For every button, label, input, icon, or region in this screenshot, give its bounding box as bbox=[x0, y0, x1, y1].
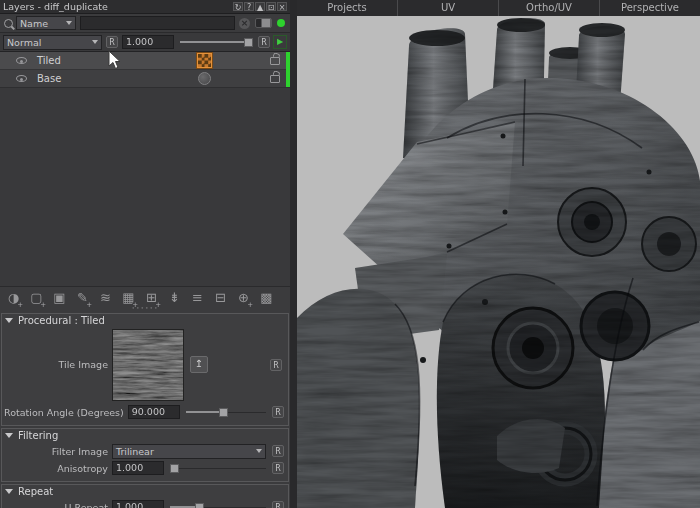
slider-track bbox=[170, 468, 266, 469]
toggle-knob bbox=[261, 18, 271, 28]
blend-reset-button[interactable]: R bbox=[106, 36, 118, 48]
layer-row-base[interactable]: Base bbox=[0, 69, 290, 87]
splitter-handle[interactable]: •••••• bbox=[131, 306, 158, 310]
filter-image-value: Trilinear bbox=[116, 446, 154, 457]
tab-ortho-uv[interactable]: Ortho/UV bbox=[499, 0, 600, 16]
undock-icon[interactable]: ↻ bbox=[233, 2, 243, 11]
panel-splitter[interactable] bbox=[290, 0, 297, 508]
layer-list: Tiled Base bbox=[0, 52, 290, 87]
anisotropy-slider[interactable] bbox=[170, 463, 266, 473]
mouse-cursor bbox=[108, 50, 121, 70]
u-repeat-slider[interactable] bbox=[170, 502, 266, 508]
tiled-thumbnail bbox=[197, 53, 212, 68]
anisotropy-field[interactable]: 1.000 bbox=[112, 461, 164, 475]
rotation-row: Rotation Angle (Degrees) 90.000 R bbox=[4, 405, 284, 420]
search-icon bbox=[4, 19, 13, 28]
chevron-down-icon bbox=[92, 40, 98, 44]
chevron-down-icon bbox=[256, 449, 262, 453]
slider-fill bbox=[180, 41, 248, 43]
viewport-tabs: Projects UV Ortho/UV Perspective bbox=[297, 0, 700, 16]
unlock-icon[interactable] bbox=[270, 57, 280, 65]
tile-image-label: Tile Image bbox=[4, 359, 112, 370]
rotation-label: Rotation Angle (Degrees) bbox=[4, 407, 128, 418]
add-brush-layer-icon[interactable]: ≋ bbox=[94, 288, 117, 308]
visibility-icon[interactable] bbox=[16, 75, 27, 82]
clear-search-icon[interactable]: × bbox=[239, 18, 250, 29]
viewport-area: Projects UV Ortho/UV Perspective bbox=[297, 0, 700, 508]
rotation-reset-button[interactable]: R bbox=[272, 406, 284, 418]
unlock-icon[interactable] bbox=[270, 75, 280, 83]
add-layer-icon[interactable]: ▢ bbox=[25, 288, 48, 308]
tab-uv[interactable]: UV bbox=[398, 0, 499, 16]
blend-amount-slider[interactable] bbox=[180, 37, 252, 47]
paint-thumbnail bbox=[198, 72, 211, 85]
filter-image-reset-button[interactable]: R bbox=[272, 445, 284, 457]
slider-handle[interactable] bbox=[195, 503, 204, 508]
layer-grid-icon[interactable]: ▩ bbox=[255, 288, 278, 308]
cache-play-icon[interactable]: ▶ bbox=[273, 35, 287, 49]
layer-list-empty-area[interactable] bbox=[0, 87, 290, 286]
search-input[interactable] bbox=[80, 16, 235, 30]
tab-perspective[interactable]: Perspective bbox=[600, 0, 700, 16]
u-repeat-field[interactable]: 1.000 bbox=[112, 500, 164, 508]
section-header-procedural[interactable]: Procedural : Tiled bbox=[4, 315, 286, 327]
anisotropy-reset-button[interactable]: R bbox=[272, 462, 284, 474]
cached-status-strip bbox=[286, 52, 290, 87]
visibility-icon[interactable] bbox=[16, 57, 27, 64]
rotation-field[interactable]: 90.000 bbox=[128, 405, 180, 419]
robot-model bbox=[297, 16, 700, 508]
close-icon[interactable]: × bbox=[277, 2, 287, 11]
search-filter-dropdown[interactable]: Name bbox=[16, 16, 76, 30]
slider-handle[interactable] bbox=[170, 464, 179, 473]
layer-search-row: Name × bbox=[0, 14, 290, 33]
search-filter-value: Name bbox=[20, 18, 48, 29]
duplicate-layers-icon[interactable]: ▣ bbox=[48, 288, 71, 308]
filter-toggle[interactable] bbox=[255, 18, 272, 28]
layer-name[interactable]: Base bbox=[37, 73, 196, 84]
collapse-triangle-icon bbox=[5, 318, 13, 323]
tiled-procedural-icon[interactable] bbox=[196, 53, 212, 69]
panel-titlebar[interactable]: Layers - diff_duplicate ↻ ? ▲ ⊡ × bbox=[0, 0, 290, 14]
filter-image-dropdown[interactable]: Trilinear bbox=[112, 444, 266, 459]
share-layer-icon[interactable]: ⊕ bbox=[232, 288, 255, 308]
layer-row-tiled[interactable]: Tiled bbox=[0, 52, 290, 69]
slider-handle[interactable] bbox=[219, 408, 228, 417]
layer-toolbar: ◑ ▢ ▣ ✎ ≋ ▦ ⊞ ⇟ ≡ ⊟ ⊕ ▩ •••••• bbox=[0, 286, 290, 310]
section-title: Procedural : Tiled bbox=[18, 315, 105, 326]
section-procedural: Procedural : Tiled Tile Image bbox=[1, 313, 289, 426]
import-image-icon[interactable]: ↥ bbox=[190, 356, 208, 373]
section-repeat: Repeat U Repeat 1.000 R V Repeat 1.000 bbox=[1, 484, 289, 508]
filter-image-row: Filter Image Trilinear R bbox=[4, 444, 284, 459]
merge-layers-icon[interactable]: ⇟ bbox=[163, 288, 186, 308]
u-repeat-reset-button[interactable]: R bbox=[272, 501, 284, 508]
blend-mode-value: Normal bbox=[7, 37, 41, 48]
float-icon[interactable]: ⊡ bbox=[266, 2, 276, 11]
tab-projects[interactable]: Projects bbox=[297, 0, 398, 16]
add-adjustment-layer-icon[interactable]: ✎ bbox=[71, 288, 94, 308]
flatten-layers-icon[interactable]: ≡ bbox=[186, 288, 209, 308]
slider-handle[interactable] bbox=[244, 38, 253, 47]
tile-image-thumbnail[interactable] bbox=[112, 329, 184, 401]
section-title: Filtering bbox=[18, 430, 58, 441]
chevron-down-icon bbox=[66, 21, 72, 25]
u-repeat-row: U Repeat 1.000 R bbox=[4, 500, 284, 508]
sync-status-dot bbox=[277, 19, 285, 27]
paint-layer-icon[interactable] bbox=[196, 71, 212, 87]
help-icon[interactable]: ? bbox=[244, 2, 254, 11]
blend-mode-dropdown[interactable]: Normal bbox=[3, 35, 102, 50]
tile-image-reset-button[interactable]: R bbox=[270, 359, 282, 371]
section-header-filtering[interactable]: Filtering bbox=[4, 430, 286, 442]
section-header-repeat[interactable]: Repeat bbox=[4, 486, 286, 498]
tile-image-row: Tile Image bbox=[4, 329, 284, 401]
amount-reset-button[interactable]: R bbox=[258, 36, 270, 48]
3d-viewport-canvas[interactable] bbox=[297, 16, 700, 508]
u-repeat-label: U Repeat bbox=[4, 502, 112, 508]
remove-layer-icon[interactable]: ⊟ bbox=[209, 288, 232, 308]
add-paint-layer-icon[interactable]: ◑ bbox=[2, 288, 25, 308]
expand-icon[interactable]: ▲ bbox=[255, 2, 265, 11]
application-window: Layers - diff_duplicate ↻ ? ▲ ⊡ × Name ×… bbox=[0, 0, 700, 508]
anisotropy-row: Anisotropy 1.000 R bbox=[4, 461, 284, 476]
layers-panel: Layers - diff_duplicate ↻ ? ▲ ⊡ × Name ×… bbox=[0, 0, 290, 508]
blend-amount-field[interactable]: 1.000 bbox=[122, 35, 174, 49]
rotation-slider[interactable] bbox=[186, 407, 266, 417]
